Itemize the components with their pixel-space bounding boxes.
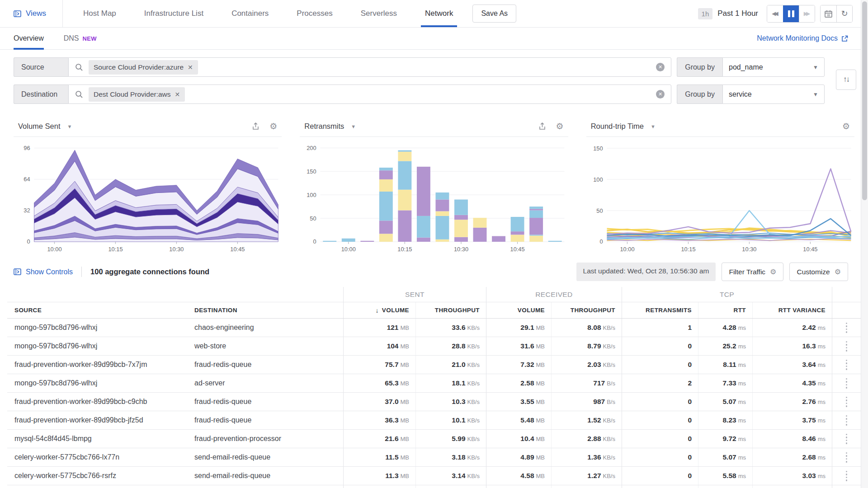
clear-destination-input-icon[interactable]: ✕ [656,90,665,99]
svg-text:10:15: 10:15 [108,246,123,253]
row-menu-button[interactable] [832,467,861,485]
fast-forward-button[interactable]: ▶▶ [799,5,815,22]
svg-text:0: 0 [313,238,316,245]
table-row[interactable]: celery-worker-5775cbc766-lx77nsend-email… [7,448,861,467]
table-row[interactable]: fraud-prevention-worker-89d99bcb-c9chbfr… [7,393,861,411]
row-menu-button[interactable] [832,411,861,429]
panel-toggle-icon [14,268,21,275]
show-controls-button[interactable]: Show Controls [14,268,73,276]
refresh-button[interactable]: ↻ [836,5,852,22]
table-row[interactable]: fraud-prevention-worker-89d99bcb-jfz5dfr… [7,411,861,430]
chevron-down-icon[interactable]: ▼ [651,124,656,129]
cell [343,485,415,488]
nav-tab-serverless[interactable]: Serverless [347,0,411,27]
row-menu-button[interactable] [832,430,861,448]
table-row-partial [7,485,861,488]
gear-icon[interactable]: ⚙ [556,121,564,131]
table-row[interactable]: fraud-prevention-worker-89d99bcb-7x7jmfr… [7,356,861,374]
column-header-volume[interactable]: ↓VOLUME [343,302,415,318]
search-icon [75,63,83,71]
destination-search-input[interactable]: Dest Cloud Provider:aws✕ ✕ [68,84,671,104]
chevron-down-icon[interactable]: ▼ [351,124,356,129]
column-header-throughput-received[interactable]: THROUGHPUT [551,302,622,318]
cell-rtt: 4.28ms [698,319,752,337]
pause-button[interactable] [783,5,799,22]
row-menu-button[interactable] [832,393,861,411]
cell-sent-throughput: 3.14KB/s [415,467,486,485]
volume-sent-chart[interactable]: 032649610:0010:1510:3010:45 [14,137,282,255]
row-menu-button[interactable] [832,356,861,374]
column-header-throughput[interactable]: THROUGHPUT [415,302,486,318]
save-as-button[interactable]: Save As [472,5,516,23]
gear-icon[interactable]: ⚙ [269,121,277,131]
fast-forward-icon: ▶▶ [804,10,810,17]
destination-groupby-value: service [729,90,752,99]
clear-source-input-icon[interactable]: ✕ [656,63,665,71]
remove-tag-icon[interactable]: ✕ [175,91,180,98]
gear-icon[interactable]: ⚙ [842,121,850,131]
cell-sent-throughput: 28.8KB/s [415,337,486,355]
source-groupby-select[interactable]: pod_name ▼ [722,57,825,77]
group-spacer [7,287,343,302]
nav-tab-containers[interactable]: Containers [217,0,283,27]
destination-filter-tag[interactable]: Dest Cloud Provider:aws✕ [89,87,185,102]
table-row[interactable]: mongo-597bc8d796-wlhxjweb-store104MB28.8… [7,337,861,356]
nav-tab-host-map[interactable]: Host Map [69,0,130,27]
column-header-source[interactable]: SOURCE [7,302,187,318]
source-search-input[interactable]: Source Cloud Provider:azure✕ ✕ [68,57,671,77]
time-range-label[interactable]: Past 1 Hour [717,9,758,18]
calendar-button[interactable] [821,5,836,22]
scrollbar-thumb[interactable] [862,1,867,200]
column-header-rtt[interactable]: RTT [698,302,752,318]
destination-groupby-select[interactable]: service ▼ [722,84,825,104]
chart-title-dropdown[interactable]: Volume Sent [18,122,61,131]
nav-tab-infrastructure-list[interactable]: Infrastructure List [130,0,217,27]
source-groupby: Group by pod_name ▼ [677,57,825,77]
source-filter-tag[interactable]: Source Cloud Provider:azure✕ [89,60,198,75]
export-icon[interactable] [251,122,260,131]
chart-title-dropdown[interactable]: Round-trip Time [591,122,644,131]
cell-received-volume: 29.1MB [486,319,551,337]
cell-rtt-variance: 3.03ms [752,467,832,485]
destination-label: Destination [14,84,68,104]
row-menu-button[interactable] [832,337,861,355]
nav-tab-network[interactable]: Network [411,0,467,27]
cell-source: mongo-597bc8d796-wlhxj [7,337,187,355]
column-header-retransmits[interactable]: RETRANSMITS [622,302,698,318]
svg-text:10:30: 10:30 [454,246,468,253]
column-header-rtt-variance[interactable]: RTT VARIANCE [752,302,832,318]
row-menu-button[interactable] [832,319,861,337]
cell-rtt-variance: 2.76ms [752,393,832,411]
source-groupby-label: Group by [677,57,722,77]
column-header-volume-received[interactable]: VOLUME [486,302,551,318]
round-trip-time-chart[interactable]: 05010015010:0010:1510:3010:45 [586,137,854,255]
column-header-destination[interactable]: DESTINATION [187,302,343,318]
table-row[interactable]: mongo-597bc8d796-wlhxjad-server65.3MB18.… [7,374,861,393]
retransmits-chart[interactable]: 05010015020010:0010:1510:3010:45 [300,137,568,255]
row-menu-button[interactable] [832,374,861,392]
nav-tab-processes[interactable]: Processes [283,0,346,27]
row-menu-button[interactable] [832,448,861,466]
table-row[interactable]: mongo-597bc8d796-wlhxjchaos-engineering1… [7,319,861,337]
gear-icon: ⚙ [835,267,841,276]
views-button[interactable]: Views [0,0,63,27]
customize-button[interactable]: Customize ⚙ [789,263,848,281]
export-icon[interactable] [538,122,547,131]
cell-sent-volume: 104MB [343,337,415,355]
cell-received-volume: 2.58MB [486,374,551,392]
swap-source-destination-button[interactable]: ↑↓ [836,69,856,89]
chevron-down-icon[interactable]: ▼ [67,124,72,129]
filter-traffic-button[interactable]: Filter Traffic ⚙ [722,263,783,281]
remove-tag-icon[interactable]: ✕ [188,64,193,71]
cell-retransmits: 0 [622,337,698,355]
rewind-button[interactable]: ◀◀ [767,5,783,22]
vertical-scrollbar[interactable] [861,0,868,488]
tab-dns[interactable]: DNS NEW [64,28,97,49]
cell-retransmits: 0 [622,467,698,485]
table-row[interactable]: celery-worker-5775cbc766-rsrfzsend-email… [7,467,861,485]
chart-title-dropdown[interactable]: Retransmits [304,122,344,131]
docs-link[interactable]: Network Monitoring Docs [757,34,848,42]
cell-retransmits: 0 [622,393,698,411]
tab-overview[interactable]: Overview [14,28,44,49]
table-row[interactable]: mysql-54c8f4d45-lbmpgfraud-prevention-pr… [7,430,861,448]
